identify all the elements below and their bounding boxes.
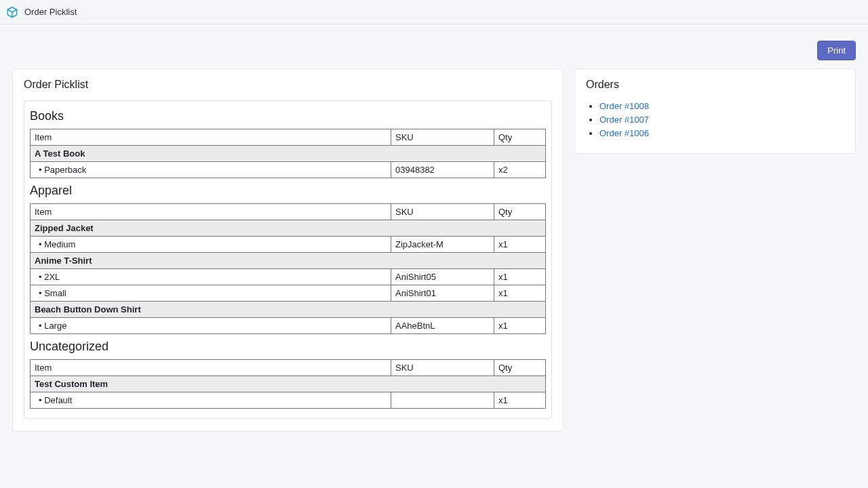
picklist-panel: BooksItemSKUQtyA Test Book• Paperback039… bbox=[24, 100, 552, 419]
product-name: Beach Button Down Shirt bbox=[31, 302, 546, 318]
column-header-item: Item bbox=[31, 360, 391, 376]
print-button[interactable]: Print bbox=[817, 41, 856, 60]
product-row: Anime T-Shirt bbox=[31, 253, 546, 269]
orders-list: Order #1008Order #1007Order #1006 bbox=[586, 100, 844, 138]
variant-qty: x1 bbox=[494, 269, 546, 285]
list-item: Order #1006 bbox=[599, 127, 844, 138]
variant-sku: 03948382 bbox=[391, 162, 494, 178]
variant-sku: AniShirt05 bbox=[391, 269, 494, 285]
product-name: Test Custom Item bbox=[31, 376, 546, 392]
column-header-qty: Qty bbox=[494, 204, 546, 220]
variant-sku: AniShirt01 bbox=[391, 285, 494, 302]
variant-row: • SmallAniShirt01x1 bbox=[31, 285, 546, 302]
column-header-item: Item bbox=[31, 204, 391, 220]
product-row: Beach Button Down Shirt bbox=[31, 302, 546, 318]
variant-row: • 2XLAniShirt05x1 bbox=[31, 269, 546, 285]
product-row: Test Custom Item bbox=[31, 376, 546, 392]
product-name: Zipped Jacket bbox=[31, 220, 546, 237]
variant-qty: x1 bbox=[494, 392, 546, 409]
order-link[interactable]: Order #1006 bbox=[599, 128, 649, 138]
picklist-table: ItemSKUQtyTest Custom Item• Defaultx1 bbox=[30, 359, 546, 409]
variant-row: • LargeAAheBtnLx1 bbox=[31, 318, 546, 334]
variant-qty: x1 bbox=[494, 285, 546, 302]
picklist-table: ItemSKUQtyZipped Jacket• MediumZipJacket… bbox=[30, 203, 546, 334]
product-row: A Test Book bbox=[31, 146, 546, 162]
variant-name: • Small bbox=[31, 285, 391, 302]
column-header-item: Item bbox=[31, 129, 391, 146]
variant-qty: x2 bbox=[494, 162, 546, 178]
column-header-qty: Qty bbox=[494, 129, 546, 146]
category-title: Apparel bbox=[30, 184, 546, 198]
column-header-qty: Qty bbox=[494, 360, 546, 376]
variant-row: • Defaultx1 bbox=[31, 392, 546, 409]
picklist-card: Order Picklist BooksItemSKUQtyA Test Boo… bbox=[12, 68, 564, 432]
content-row: Order Picklist BooksItemSKUQtyA Test Boo… bbox=[12, 68, 856, 432]
column-header-sku: SKU bbox=[391, 129, 494, 146]
order-link[interactable]: Order #1007 bbox=[599, 115, 649, 125]
variant-sku bbox=[391, 392, 494, 409]
page: Print Order Picklist BooksItemSKUQtyA Te… bbox=[0, 24, 868, 448]
column-header-sku: SKU bbox=[391, 204, 494, 220]
column-header-sku: SKU bbox=[391, 360, 494, 376]
app-icon bbox=[5, 5, 19, 19]
variant-name: • Paperback bbox=[31, 162, 391, 178]
app-title: Order Picklist bbox=[24, 7, 77, 17]
product-row: Zipped Jacket bbox=[31, 220, 546, 237]
list-item: Order #1008 bbox=[599, 100, 844, 111]
category-title: Books bbox=[30, 109, 546, 123]
variant-qty: x1 bbox=[494, 318, 546, 334]
top-actions: Print bbox=[12, 41, 856, 60]
topbar: Order Picklist bbox=[0, 0, 868, 24]
picklist-card-title: Order Picklist bbox=[24, 79, 552, 91]
category-title: Uncategorized bbox=[30, 340, 546, 354]
variant-qty: x1 bbox=[494, 237, 546, 253]
variant-name: • Default bbox=[31, 392, 391, 409]
variant-sku: AAheBtnL bbox=[391, 318, 494, 334]
variant-row: • MediumZipJacket-Mx1 bbox=[31, 237, 546, 253]
picklist-table: ItemSKUQtyA Test Book• Paperback03948382… bbox=[30, 129, 546, 178]
variant-name: • Large bbox=[31, 318, 391, 334]
product-name: Anime T-Shirt bbox=[31, 253, 546, 269]
variant-name: • Medium bbox=[31, 237, 391, 253]
variant-row: • Paperback03948382x2 bbox=[31, 162, 546, 178]
variant-sku: ZipJacket-M bbox=[391, 237, 494, 253]
orders-card: Orders Order #1008Order #1007Order #1006 bbox=[574, 68, 856, 154]
orders-card-title: Orders bbox=[586, 79, 844, 91]
list-item: Order #1007 bbox=[599, 114, 844, 125]
order-link[interactable]: Order #1008 bbox=[599, 101, 649, 111]
product-name: A Test Book bbox=[31, 146, 546, 162]
variant-name: • 2XL bbox=[31, 269, 391, 285]
